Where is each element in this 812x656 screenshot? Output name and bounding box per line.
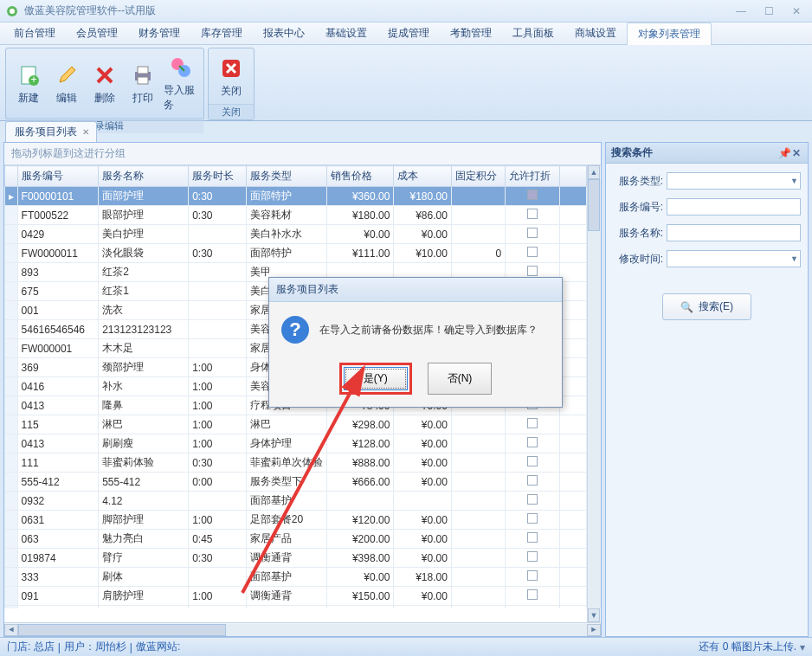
horizontal-scrollbar[interactable]: ◄ ► <box>4 622 601 636</box>
search-field-2[interactable] <box>667 224 801 241</box>
app-icon <box>5 4 19 18</box>
ribbon-close-button[interactable]: 关闭 <box>212 52 250 100</box>
table-row[interactable]: 333刷体面部基护¥0.00¥18.00 <box>5 568 587 587</box>
ribbon-delete-button[interactable]: 删除 <box>86 52 124 114</box>
pin-icon[interactable]: 📌 <box>778 147 790 159</box>
dialog-title: 服务项目列表 <box>269 278 562 302</box>
table-row[interactable]: 115淋巴1:00淋巴¥298.00¥0.00 <box>5 415 587 434</box>
tab-close-icon[interactable]: ✕ <box>82 127 89 137</box>
column-header[interactable]: 服务时长 <box>189 166 247 187</box>
discount-checkbox[interactable] <box>527 532 538 543</box>
svg-text:+: + <box>30 74 36 86</box>
close-window-button[interactable]: ✕ <box>786 4 807 18</box>
search-label: 服务类型: <box>613 174 663 189</box>
table-row[interactable]: 063魅力亮白0:45家居产品¥200.00¥0.00 <box>5 530 587 549</box>
status-upload: 还有 0 幅图片未上传. <box>699 640 796 654</box>
menu-7[interactable]: 考勤管理 <box>440 23 502 44</box>
search-row: 服务编号: <box>613 198 801 215</box>
menu-0[interactable]: 前台管理 <box>3 23 66 44</box>
menu-2[interactable]: 财务管理 <box>128 23 190 44</box>
scroll-right-icon[interactable]: ► <box>587 624 601 636</box>
table-row[interactable]: FT000522眼部护理0:30美容耗材¥180.00¥86.00 <box>5 206 587 225</box>
ribbon-print-button[interactable]: 打印 <box>124 52 162 114</box>
search-field-0[interactable]: ▼ <box>667 172 801 190</box>
ribbon-new-button[interactable]: +新建 <box>10 52 48 114</box>
search-button[interactable]: 🔍搜索(E) <box>662 293 751 320</box>
search-label: 服务名称: <box>613 226 663 241</box>
confirm-dialog: 服务项目列表 ? 在导入之前请备份数据库！确定导入到数据库？ 是(Y) 否(N) <box>268 277 563 408</box>
discount-checkbox[interactable] <box>527 266 538 276</box>
menu-10[interactable]: 对象列表管理 <box>627 23 712 45</box>
menu-4[interactable]: 报表中心 <box>253 23 315 44</box>
ribbon-label: 编辑 <box>56 91 77 106</box>
hscroll-thumb[interactable] <box>18 624 226 636</box>
discount-checkbox[interactable] <box>527 551 538 562</box>
status-link[interactable]: 傲蓝网站: <box>136 640 180 654</box>
tab-service-list[interactable]: 服务项目列表 ✕ <box>5 121 97 142</box>
table-row[interactable]: 09324.12面部基护 <box>5 492 587 511</box>
table-row[interactable]: 0429美白护理美白补水水¥0.00¥0.00 <box>5 225 587 244</box>
discount-checkbox[interactable] <box>527 247 538 257</box>
search-row: 修改时间:▼ <box>613 250 801 267</box>
search-row: 服务类型:▼ <box>613 172 801 190</box>
search-header: 搜索条件 📌 ✕ <box>606 143 808 164</box>
discount-checkbox[interactable] <box>527 589 538 600</box>
ribbon-edit-button[interactable]: 编辑 <box>48 52 86 114</box>
scroll-left-icon[interactable]: ◄ <box>4 624 18 636</box>
vertical-scrollbar[interactable]: ▲ ▼ <box>587 165 601 622</box>
yes-button[interactable]: 是(Y) <box>344 367 408 390</box>
table-row[interactable]: 0413刷刷瘦1:00身体护理¥128.00¥0.00 <box>5 434 587 453</box>
scroll-down-icon[interactable]: ▼ <box>588 608 600 622</box>
column-header[interactable]: 服务编号 <box>17 166 99 187</box>
table-row[interactable]: 11111111家居产品¥2,000.00¥500.00 <box>5 606 587 609</box>
discount-checkbox[interactable] <box>527 228 538 238</box>
menu-6[interactable]: 提成管理 <box>377 23 440 44</box>
ribbon-label: 导入服务 <box>164 83 198 113</box>
discount-checkbox[interactable] <box>527 418 538 428</box>
column-header[interactable]: 允许打折 <box>506 166 559 187</box>
no-button[interactable]: 否(N) <box>428 363 493 395</box>
table-row[interactable]: 0631脚部护理1:00足部套餐20¥120.00¥0.00 <box>5 511 587 530</box>
discount-checkbox[interactable] <box>527 494 538 505</box>
ribbon-label: 删除 <box>94 91 115 106</box>
close-icon <box>217 55 245 82</box>
table-row[interactable]: FW0000011淡化眼袋0:30面部特护¥111.00¥10.000 <box>5 244 587 263</box>
ribbon-import-button[interactable]: 导入服务 <box>162 52 200 114</box>
menu-9[interactable]: 商城设置 <box>564 23 627 44</box>
column-header[interactable]: 服务名称 <box>99 166 189 187</box>
search-icon: 🔍 <box>680 301 693 313</box>
discount-checkbox[interactable] <box>527 456 538 466</box>
ribbon: +新建编辑删除打印导入服务记录编辑关闭关闭 <box>0 45 812 121</box>
ribbon-label: 关闭 <box>221 84 242 99</box>
table-row[interactable]: 091肩膀护理1:00调衡通背¥150.00¥0.00 <box>5 587 587 606</box>
search-field-3[interactable]: ▼ <box>667 250 801 267</box>
scroll-up-icon[interactable]: ▲ <box>588 165 600 179</box>
table-row[interactable]: ▸F00000101面部护理0:30面部特护¥360.00¥180.00 <box>5 187 587 206</box>
discount-checkbox[interactable] <box>527 475 538 486</box>
discount-checkbox[interactable] <box>527 209 538 219</box>
column-header[interactable]: 服务类型 <box>246 166 327 187</box>
vscroll-thumb[interactable] <box>588 179 600 231</box>
discount-checkbox[interactable] <box>527 513 538 524</box>
table-row[interactable]: 019874臂疗0:30调衡通背¥398.00¥0.00 <box>5 549 587 568</box>
search-field-1[interactable] <box>667 198 801 215</box>
maximize-button[interactable]: ☐ <box>758 4 779 18</box>
menu-8[interactable]: 工具面板 <box>502 23 564 44</box>
close-panel-icon[interactable]: ✕ <box>790 147 802 159</box>
group-by-hint: 拖动列标题到这进行分组 <box>4 143 601 165</box>
minimize-button[interactable]: — <box>731 4 751 18</box>
discount-checkbox[interactable] <box>527 570 538 581</box>
column-header[interactable]: 成本 <box>394 166 452 187</box>
menu-1[interactable]: 会员管理 <box>66 23 128 44</box>
discount-checkbox[interactable] <box>527 437 538 447</box>
table-row[interactable]: 555-412555-4120:00服务类型下¥666.00¥0.00 <box>5 473 587 492</box>
ribbon-label: 新建 <box>18 91 39 106</box>
menu-5[interactable]: 基础设置 <box>315 23 377 44</box>
search-panel: 搜索条件 📌 ✕ 服务类型:▼服务编号:服务名称:修改时间:▼🔍搜索(E) <box>605 142 809 637</box>
chevron-down-icon: ▼ <box>790 254 798 263</box>
discount-checkbox[interactable] <box>527 190 538 200</box>
column-header[interactable]: 固定积分 <box>451 166 505 187</box>
column-header[interactable]: 销售价格 <box>327 166 394 187</box>
menu-3[interactable]: 库存管理 <box>190 23 253 44</box>
table-row[interactable]: 111菲蜜莉体验0:30菲蜜莉单次体验¥888.00¥0.00 <box>5 453 587 473</box>
